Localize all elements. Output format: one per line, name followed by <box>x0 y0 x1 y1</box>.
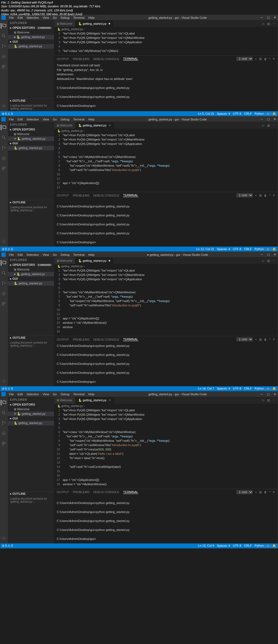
code-editor[interactable]: 123456789101112131415 "kw">from PyQt5.Qt… <box>54 269 278 336</box>
close-icon[interactable]: ✕ <box>272 252 278 257</box>
menu-selection[interactable]: Selection <box>25 117 40 122</box>
terminal-output[interactable]: C:\Users\Admin\Desktop\gui>python gettin… <box>54 343 278 386</box>
split-editor-icon[interactable]: ▥ <box>267 124 270 127</box>
status-item[interactable]: UTF-8 <box>233 544 241 547</box>
panel-tab-problems[interactable]: PROBLEMS <box>73 490 89 494</box>
panel-tab-debug-console[interactable]: DEBUG CONSOLE <box>93 490 119 494</box>
gear-icon[interactable] <box>1 239 7 244</box>
status-item[interactable]: Python <box>255 112 264 116</box>
outline-section[interactable]: ▸ OUTLINE <box>8 491 54 496</box>
status-cursor[interactable]: Ln 13, Col 9 <box>198 544 214 547</box>
menu-file[interactable]: File <box>7 117 15 122</box>
menu-view[interactable]: View <box>41 392 51 396</box>
new-terminal-icon[interactable]: + <box>255 490 257 494</box>
new-terminal-icon[interactable]: + <box>255 338 257 341</box>
tab-file[interactable]: 🐍 getting_started.py ✕ <box>75 397 114 404</box>
gear-icon[interactable] <box>1 536 7 541</box>
status-item[interactable]: UTF-8 <box>233 112 241 116</box>
menu-help[interactable]: Help <box>87 253 96 257</box>
menu-selection[interactable]: Selection <box>25 253 40 257</box>
more-icon[interactable]: ⋯ <box>273 399 276 402</box>
split-editor-icon[interactable]: ▥ <box>267 399 270 402</box>
open-editor-welcome[interactable]: ⊞ Welcome <box>8 132 54 136</box>
menu-edit[interactable]: Edit <box>16 117 24 122</box>
search-icon[interactable] <box>1 270 7 276</box>
extensions-icon[interactable] <box>1 441 7 447</box>
status-problems[interactable]: ⊘ 0 ⚠ 0 <box>2 247 13 251</box>
menu-file[interactable]: File <box>7 253 15 257</box>
code-editor[interactable]: 12345678910111213 "kw">from PyQt5.QtWidg… <box>54 133 278 192</box>
gear-icon[interactable] <box>1 379 7 384</box>
open-editor-file[interactable]: ● 🐍 getting_started.py <box>8 272 54 276</box>
file-item[interactable]: 🐍 getting_started.py <box>8 281 54 286</box>
status-cursor[interactable]: Ln 14, Col 7 <box>198 387 214 390</box>
minimize-icon[interactable]: ─ <box>259 117 264 121</box>
outline-section[interactable]: ▸ OUTLINE <box>8 200 54 205</box>
debug-icon[interactable] <box>1 54 7 60</box>
run-icon[interactable]: ▷ <box>262 259 264 263</box>
panel-close-icon[interactable]: ✕ <box>273 338 275 341</box>
panel-tab-output[interactable]: OUTPUT <box>57 490 69 494</box>
status-problems[interactable]: ⊘ 0 ⚠ 0 <box>2 387 13 390</box>
status-item[interactable]: CRLF <box>244 387 252 390</box>
close-icon[interactable]: ✕ <box>272 15 278 20</box>
run-icon[interactable]: ▷ <box>262 22 264 26</box>
panel-tab-problems[interactable]: PROBLEMS <box>73 57 89 61</box>
status-item[interactable]: UTF-8 <box>233 247 241 251</box>
explorer-icon[interactable] <box>1 125 6 130</box>
extensions-icon[interactable] <box>1 64 7 70</box>
minimize-icon[interactable]: ─ <box>259 252 264 257</box>
explorer-icon[interactable] <box>1 400 6 405</box>
maximize-icon[interactable]: ▢ <box>265 117 271 121</box>
trash-icon[interactable]: 🗑 <box>264 338 267 341</box>
explorer-icon[interactable] <box>1 260 6 266</box>
menu-file[interactable]: File <box>7 392 15 396</box>
maximize-icon[interactable]: ▢ <box>265 252 271 257</box>
close-icon[interactable]: ✕ <box>272 117 278 121</box>
menu-debug[interactable]: Debug <box>59 117 71 122</box>
split-editor-icon[interactable]: ▥ <box>267 22 270 26</box>
tab-welcome[interactable]: ⊞ Welcome <box>54 122 75 129</box>
terminal-output[interactable]: C:\Users\Admin\Desktop\gui>python gettin… <box>54 198 278 247</box>
status-item[interactable]: Spaces: 4 <box>217 387 230 390</box>
source-control-icon[interactable] <box>1 421 7 426</box>
split-terminal-icon[interactable]: ▥ <box>259 338 262 341</box>
gui-folder-section[interactable]: ▸ GUI <box>8 416 54 421</box>
open-editor-welcome[interactable]: ⊞ Welcome <box>8 267 54 272</box>
search-icon[interactable] <box>1 135 7 141</box>
menu-edit[interactable]: Edit <box>16 392 24 396</box>
panel-tab-problems[interactable]: PROBLEMS <box>73 194 89 197</box>
status-problems[interactable]: ⊘ 0 ⚠ 0 <box>2 544 13 547</box>
debug-icon[interactable] <box>1 431 7 436</box>
split-terminal-icon[interactable]: ▥ <box>259 194 262 197</box>
panel-tab-output[interactable]: OUTPUT <box>57 57 69 61</box>
tab-file[interactable]: 🐍 getting_started.py <box>75 20 113 27</box>
panel-tab-debug-console[interactable]: DEBUG CONSOLE <box>93 194 119 197</box>
chevron-up-icon[interactable]: ^ <box>269 338 270 341</box>
menu-selection[interactable]: Selection <box>25 392 40 396</box>
terminal-output[interactable]: Traceback (most recent call last): File … <box>54 62 278 110</box>
split-terminal-icon[interactable]: ▥ <box>259 490 262 494</box>
maximize-icon[interactable]: ▢ <box>265 15 271 20</box>
chevron-up-icon[interactable]: ^ <box>269 194 270 197</box>
outline-section[interactable]: ▸ OUTLINE <box>8 335 54 340</box>
status-item[interactable]: CRLF <box>244 544 252 547</box>
chevron-up-icon[interactable]: ^ <box>269 490 270 494</box>
status-item[interactable]: Spaces: 4 <box>217 112 230 116</box>
minimize-icon[interactable]: ─ <box>259 15 264 20</box>
menu-go[interactable]: Go <box>51 392 59 396</box>
panel-close-icon[interactable]: ✕ <box>273 57 275 61</box>
file-item[interactable]: 🐍 getting_started.py <box>8 44 54 49</box>
chevron-up-icon[interactable]: ^ <box>269 57 270 61</box>
panel-tab-terminal[interactable]: TERMINAL <box>123 57 138 61</box>
status-item[interactable]: CRLF <box>244 112 252 116</box>
trash-icon[interactable]: 🗑 <box>264 194 267 197</box>
explorer-icon[interactable] <box>1 23 6 29</box>
menu-terminal[interactable]: Terminal <box>72 253 86 257</box>
status-cursor[interactable]: Ln 5, Col 21 <box>198 112 214 116</box>
open-editor-welcome[interactable]: ⊞ Welcome <box>8 30 54 35</box>
panel-tab-output[interactable]: OUTPUT <box>57 338 69 341</box>
split-terminal-icon[interactable]: ▥ <box>259 57 262 61</box>
more-icon[interactable]: ⋯ <box>273 259 276 263</box>
more-icon[interactable]: ⋯ <box>273 124 276 127</box>
